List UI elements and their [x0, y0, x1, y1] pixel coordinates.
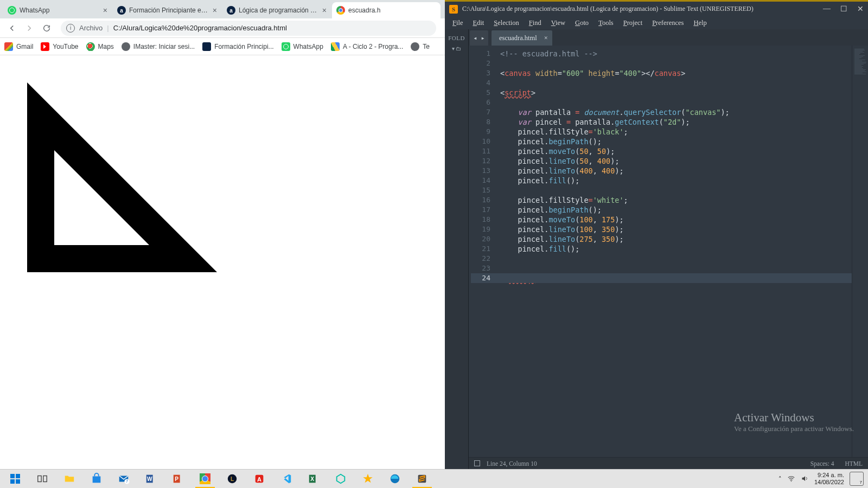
bookmark-imaster[interactable]: IMaster: Iniciar sesi... [122, 42, 195, 51]
address-url: C:/Alura/Logica%20de%20programacion/escu… [113, 24, 287, 32]
chrome-tab-whatsapp[interactable]: WhatsApp × [3, 2, 112, 18]
menu-selection[interactable]: Selection [489, 18, 524, 28]
volume-icon[interactable] [801, 474, 809, 484]
svg-text:7: 7 [126, 479, 128, 483]
file-tab-label: escuadra.html [499, 34, 537, 42]
tab-nav-arrows[interactable]: ◂ ▸ [470, 30, 488, 46]
site-info-icon[interactable]: i [66, 24, 75, 33]
chrome-tab-strip: WhatsApp × a Formación Principiante en P… [0, 0, 445, 18]
code-editor[interactable]: 123456789101112131415161718192021222324 … [469, 46, 868, 457]
panel-toggle-icon[interactable] [474, 460, 480, 466]
folder-tree-icon[interactable]: ▾ 🗀 [452, 46, 462, 52]
status-spaces[interactable]: Spaces: 4 [810, 460, 834, 467]
taskbar-clock[interactable]: 9:24 a. m. 14/08/2022 [814, 472, 844, 486]
acrobat-button[interactable]: A [246, 470, 272, 488]
bookmark-youtube[interactable]: YouTube [41, 42, 78, 51]
line-gutter: 123456789101112131415161718192021222324 [469, 46, 496, 457]
menu-project[interactable]: Project [619, 18, 647, 28]
menu-file[interactable]: File [448, 18, 467, 28]
chrome-tab-alura-formacion[interactable]: a Formación Principiante en Progr × [113, 2, 221, 18]
reload-button[interactable] [39, 21, 54, 36]
bookmark-formacion[interactable]: Formación Principi... [202, 42, 273, 51]
powerpoint-button[interactable]: P [165, 470, 191, 488]
hexagon-app-button[interactable] [328, 470, 354, 488]
close-icon[interactable]: × [103, 6, 107, 15]
word-button[interactable]: W [138, 470, 164, 488]
file-tab-escuadra[interactable]: escuadra.html × [492, 30, 552, 46]
tab-title: WhatsApp [20, 7, 100, 14]
league-button[interactable]: L [219, 470, 245, 488]
bookmark-maps[interactable]: Maps [86, 42, 114, 51]
chrome-tab-alura-logica[interactable]: a Lógica de programación parte 3: × [222, 2, 331, 18]
chrome-window: WhatsApp × a Formación Principiante en P… [0, 0, 445, 469]
sublime-taskbar-button[interactable] [409, 470, 435, 488]
tab-title: escuadra.h [348, 7, 436, 14]
sublime-tab-row: ◂ ▸ escuadra.html × [469, 29, 868, 46]
close-icon[interactable]: × [322, 6, 327, 15]
chrome-tab-escuadra[interactable]: escuadra.h [332, 2, 441, 18]
bookmark-label: IMaster: Iniciar sesi... [133, 43, 195, 50]
minimap[interactable] [852, 46, 868, 457]
alura-icon: a [227, 6, 235, 15]
chrome-taskbar-button[interactable] [192, 470, 218, 488]
status-position: Line 24, Column 10 [487, 460, 537, 467]
svg-marker-16 [337, 474, 345, 484]
star-app-button[interactable] [355, 470, 381, 488]
close-icon[interactable]: × [544, 34, 548, 42]
status-lang[interactable]: HTML [845, 460, 863, 467]
menu-goto[interactable]: Goto [571, 18, 593, 28]
svg-point-19 [791, 480, 792, 481]
file-explorer-button[interactable] [56, 470, 82, 488]
close-button[interactable]: ✕ [857, 4, 864, 14]
store-button[interactable] [84, 470, 110, 488]
sublime-window: S C:\Alura\Logica de programacion\escuad… [445, 0, 868, 469]
forward-button[interactable] [22, 21, 37, 36]
bookmark-label: Te [423, 43, 430, 50]
address-label: Archivo [79, 24, 103, 32]
minimize-button[interactable]: — [823, 4, 831, 14]
sublime-title-bar[interactable]: S C:\Alura\Logica de programacion\escuad… [445, 0, 868, 16]
bookmark-te[interactable]: Te [411, 42, 430, 51]
close-icon[interactable]: × [213, 6, 217, 15]
menu-find[interactable]: Find [525, 18, 546, 28]
menu-help[interactable]: Help [689, 18, 711, 28]
bookmark-drive-ciclo[interactable]: A - Ciclo 2 - Progra... [331, 42, 403, 51]
sublime-status-bar: Line 24, Column 10 Spaces: 4 HTML [469, 457, 868, 469]
svg-rect-0 [38, 476, 41, 482]
wifi-icon[interactable] [787, 474, 795, 484]
notif-count: 7 [860, 480, 862, 485]
address-bar[interactable]: i Archivo | C:/Alura/Logica%20de%20progr… [61, 21, 436, 36]
sidebar-folders-label: FOLD [448, 35, 465, 41]
tab-title: Lógica de programación parte 3: [239, 7, 319, 14]
bookmark-gmail[interactable]: Gmail [4, 42, 33, 51]
code-area[interactable]: <!-- escuadra.html --> <canvas width="60… [496, 46, 852, 457]
svg-text:X: X [310, 476, 314, 482]
tray-chevron-icon[interactable]: ˄ [778, 476, 782, 483]
sublime-menu-bar: FileEditSelectionFindViewGotoToolsProjec… [445, 16, 868, 29]
mail-button[interactable]: 7 [111, 470, 137, 488]
whatsapp-icon [282, 42, 290, 51]
eye-icon [122, 42, 130, 51]
bookmark-label: Formación Principi... [214, 43, 273, 50]
tab-title: Formación Principiante en Progr [129, 7, 209, 14]
excel-button[interactable]: X [301, 470, 327, 488]
menu-edit[interactable]: Edit [468, 18, 488, 28]
start-button[interactable] [2, 470, 28, 488]
edge-button[interactable] [382, 470, 408, 488]
svg-rect-2 [93, 476, 101, 483]
notifications-button[interactable]: 7 [850, 472, 864, 486]
eye-icon [411, 42, 419, 51]
task-view-button[interactable] [29, 470, 55, 488]
menu-tools[interactable]: Tools [594, 18, 618, 28]
menu-preferences[interactable]: Preferences [648, 18, 688, 28]
menu-view[interactable]: View [547, 18, 570, 28]
sublime-icon: S [449, 5, 458, 14]
clock-time: 9:24 a. m. [818, 472, 844, 479]
bookmark-whatsapp[interactable]: WhatsApp [282, 42, 323, 51]
back-button[interactable] [4, 21, 20, 36]
sublime-sidebar[interactable]: FOLD ▾ 🗀 [445, 29, 469, 469]
vscode-button[interactable] [273, 470, 299, 488]
alura-icon [202, 42, 211, 51]
maps-icon [86, 42, 97, 51]
maximize-button[interactable]: ☐ [840, 4, 847, 14]
